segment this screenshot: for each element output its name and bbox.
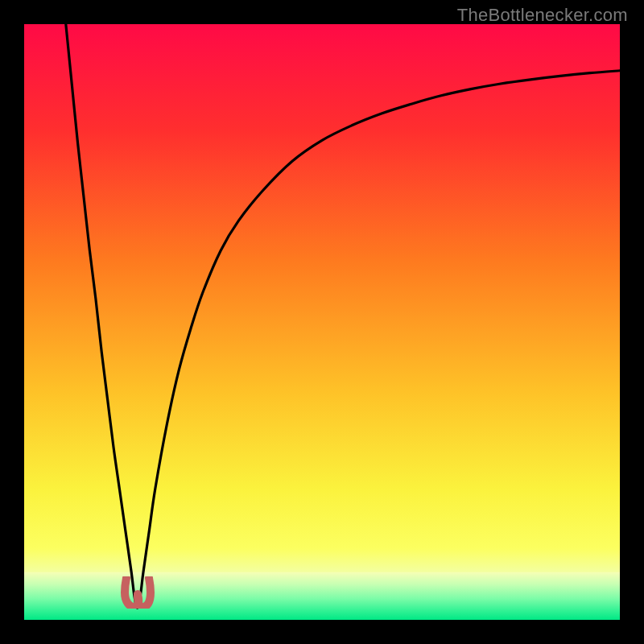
plot-area [24,24,620,620]
watermark-text: TheBottlenecker.com [457,5,628,26]
chart-frame: TheBottlenecker.com [0,0,644,644]
optimum-marker [120,576,155,609]
bottleneck-curve [24,24,620,620]
